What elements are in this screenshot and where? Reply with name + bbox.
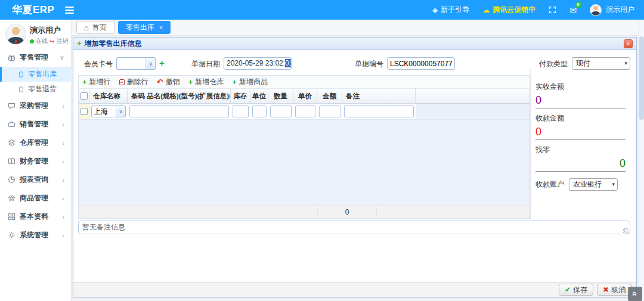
- collect-amount-field[interactable]: 0: [535, 125, 626, 140]
- member-card-label: 会员卡号: [84, 59, 113, 69]
- scrollbar-thumb[interactable]: [639, 36, 644, 120]
- add-row-button[interactable]: +新增行: [82, 77, 111, 87]
- select-arrow-icon: ▾: [612, 179, 615, 190]
- mail-badge: 0: [575, 2, 581, 8]
- received-amount-field[interactable]: 0: [535, 93, 626, 108]
- amount-input[interactable]: [319, 105, 340, 117]
- chevron-down-icon[interactable]: ∨: [116, 106, 125, 117]
- diamond-icon: ◈: [432, 6, 438, 14]
- account-select[interactable]: 农业银行 ▾: [569, 178, 618, 191]
- chevron-left-icon: ‹: [62, 232, 71, 239]
- product-input[interactable]: [129, 105, 229, 117]
- undo-button[interactable]: ↶撤销: [157, 77, 180, 87]
- resize-grip[interactable]: [623, 228, 628, 234]
- save-button[interactable]: ✔ 保存: [559, 284, 593, 296]
- bill-number-input[interactable]: [387, 57, 455, 70]
- select-all-checkbox[interactable]: [80, 92, 88, 100]
- warehouse-input[interactable]: [92, 106, 116, 117]
- menu-toggle-icon[interactable]: [65, 7, 74, 14]
- logout-link[interactable]: 注销: [56, 37, 68, 45]
- chevron-left-icon: ‹: [62, 103, 71, 110]
- add-product-button[interactable]: +新增商品: [232, 77, 268, 87]
- sidebar-item-retail-management[interactable]: 零售管理 ∨: [0, 48, 71, 67]
- document-icon: [18, 86, 24, 93]
- sidebar-item-system-management[interactable]: 系统管理 ‹: [0, 226, 71, 244]
- fullscreen-button[interactable]: [549, 6, 556, 14]
- sidebar-item-purchase-management[interactable]: 采购管理 ‹: [0, 97, 71, 115]
- bill-date-input[interactable]: 2020-05-29 23:02:01: [224, 57, 292, 70]
- sidebar-item-report-query[interactable]: 报表查询 ‹: [0, 170, 71, 189]
- tab-bar: ⌂ 首页 零售出库 ×: [72, 20, 644, 36]
- member-card-input[interactable]: [117, 58, 145, 69]
- promo-label: 腾讯云促销中: [493, 5, 535, 15]
- scrollbar[interactable]: [638, 20, 644, 301]
- guide-link[interactable]: ◈ 新手引导: [432, 5, 469, 15]
- change-field: 0: [535, 156, 626, 172]
- main-area: ⌂ 首页 零售出库 × + 增加零售出库信息 × 会员卡号 ∨ + 单据日期 2…: [72, 20, 644, 301]
- plus-icon: +: [82, 79, 87, 86]
- avatar: [5, 24, 26, 45]
- avatar: [590, 4, 602, 16]
- add-member-button[interactable]: +: [159, 58, 165, 68]
- document-icon: [18, 71, 24, 78]
- add-icon: +: [77, 40, 82, 47]
- price-input[interactable]: [295, 105, 315, 117]
- panel-title: 增加零售出库信息: [85, 39, 142, 49]
- col-remark: 备注: [342, 89, 416, 103]
- panel-footer: ✔ 保存 ✖ 取消: [73, 282, 636, 297]
- warehouse-combobox[interactable]: ∨: [91, 105, 126, 117]
- sidebar-item-basic-data[interactable]: 基本资料 ‹: [0, 207, 71, 226]
- grid-empty-area: [79, 120, 530, 206]
- sidebar-item-retail-outbound[interactable]: 零售出库: [0, 67, 71, 82]
- back-to-top-button[interactable]: «: [628, 287, 642, 301]
- delete-row-button[interactable]: −删除行: [119, 77, 148, 87]
- member-card-combobox[interactable]: ∨: [116, 57, 156, 70]
- pay-type-select[interactable]: 现付 ▾: [572, 57, 630, 70]
- order-form: 会员卡号 ∨ + 单据日期 2020-05-29 23:02:01 单据编号 付…: [73, 50, 636, 70]
- cross-icon: ✖: [603, 286, 609, 294]
- chevron-down-icon[interactable]: ∨: [145, 58, 155, 69]
- chevron-left-icon: ‹: [62, 213, 71, 221]
- app-logo: 华夏ERP: [12, 3, 54, 17]
- col-barcode-name: 条码 品名(规格)(型号)(扩展信息)(单位): [128, 89, 231, 103]
- sidebar-item-finance-management[interactable]: 财务管理 ‹: [0, 152, 71, 170]
- sidebar-item-warehouse-management[interactable]: 仓库管理 ‹: [0, 134, 71, 152]
- grid-header-row: 仓库名称 条码 品名(规格)(型号)(扩展信息)(单位) 库存 单位 数量 单价…: [79, 89, 530, 104]
- tab-retail-outbound[interactable]: 零售出库 ×: [118, 21, 171, 34]
- sidebar-item-product-management[interactable]: 商品管理 ‹: [0, 189, 71, 207]
- stock-input[interactable]: [233, 105, 249, 117]
- online-label: 在线: [36, 37, 48, 45]
- quantity-input[interactable]: [270, 105, 292, 117]
- items-datagrid: +新增行 −删除行 ↶撤销 +新增仓库 +新增商品 仓库名称 条码 品名(规格)…: [78, 75, 530, 219]
- col-warehouse: 仓库名称: [89, 89, 128, 103]
- order-remark-textarea[interactable]: 暂无备注信息: [78, 221, 630, 234]
- undo-icon: ↶: [157, 77, 163, 86]
- cancel-button[interactable]: ✖ 取消: [597, 284, 631, 296]
- col-amount: 金额: [317, 89, 342, 103]
- mail-button[interactable]: ✉ 0: [569, 5, 577, 15]
- tab-close-icon[interactable]: ×: [159, 24, 163, 31]
- payment-panel: 实收金额 0 收款金额 0 找零 0 收款账户 农业银行 ▾: [530, 70, 636, 219]
- row-checkbox[interactable]: [80, 108, 88, 115]
- topbar-user-menu[interactable]: 演示用户: [590, 4, 634, 16]
- add-warehouse-button[interactable]: +新增仓库: [188, 77, 224, 87]
- unit-input[interactable]: [252, 105, 267, 117]
- panel-blank-area: [73, 235, 636, 282]
- col-price: 单价: [293, 89, 317, 103]
- bill-number-label: 单据编号: [355, 59, 383, 69]
- sidebar-item-retail-returns[interactable]: 零售退货: [0, 82, 71, 97]
- col-stock: 库存: [231, 89, 250, 103]
- check-icon: ✔: [565, 286, 571, 294]
- panel-close-button[interactable]: ×: [624, 39, 633, 48]
- home-icon: ⌂: [84, 23, 89, 32]
- fullscreen-icon: [549, 6, 556, 14]
- chevron-left-icon: ‹: [62, 195, 71, 202]
- sidebar-item-sales-management[interactable]: 销售管理 ‹: [0, 115, 71, 134]
- online-dot-icon: [30, 39, 34, 44]
- promo-link[interactable]: ☁ 腾讯云促销中: [482, 5, 535, 15]
- remark-input[interactable]: [344, 105, 414, 117]
- tab-home[interactable]: ⌂ 首页: [76, 21, 114, 34]
- chevron-left-icon: ‹: [62, 158, 71, 165]
- chevron-left-icon: ‹: [62, 121, 71, 128]
- change-label: 找零: [535, 145, 626, 155]
